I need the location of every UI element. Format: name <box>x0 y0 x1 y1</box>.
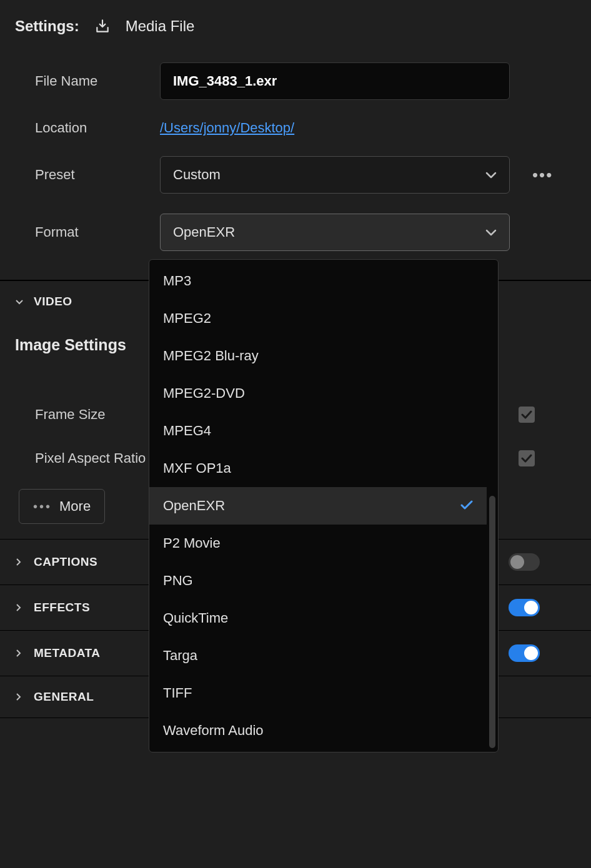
format-option[interactable]: MPEG2-DVD <box>149 375 487 412</box>
frame-size-checkbox[interactable] <box>519 407 535 423</box>
chevron-down-icon <box>485 226 497 239</box>
format-label: Format <box>35 224 147 240</box>
format-option[interactable]: PNG <box>149 562 487 599</box>
format-option-label: MPEG4 <box>163 423 211 439</box>
location-label: Location <box>35 120 147 136</box>
check-icon <box>460 498 473 514</box>
format-dropdown-popup: MP3MPEG2MPEG2 Blu-rayMPEG2-DVDMPEG4MXF O… <box>149 259 499 752</box>
captions-toggle[interactable] <box>509 553 540 571</box>
format-option-label: QuickTime <box>163 610 228 626</box>
format-option-label: MPEG2 <box>163 310 211 327</box>
format-option[interactable]: MXF OP1a <box>149 450 487 487</box>
preset-dropdown[interactable]: Custom <box>160 156 510 194</box>
chevron-down-icon[interactable] <box>15 298 25 305</box>
file-name-label: File Name <box>35 73 147 89</box>
format-option[interactable]: TIFF <box>149 674 487 712</box>
format-option[interactable]: OpenEXR <box>149 487 487 525</box>
location-link[interactable]: /Users/jonny/Desktop/ <box>160 120 294 136</box>
chevron-down-icon <box>485 169 497 182</box>
format-option[interactable]: Waveform Audio <box>149 712 487 749</box>
format-option[interactable]: MPEG2 Blu-ray <box>149 337 487 375</box>
effects-section-title: EFFECTS <box>34 601 90 614</box>
format-option-label: Waveform Audio <box>163 723 264 739</box>
format-option[interactable]: P2 Movie <box>149 525 487 562</box>
format-option[interactable]: MPEG2 <box>149 300 487 337</box>
chevron-right-icon[interactable] <box>15 649 25 658</box>
chevron-right-icon[interactable] <box>15 693 25 701</box>
more-button-label: More <box>59 498 91 515</box>
format-dropdown[interactable]: OpenEXR <box>160 214 510 251</box>
more-dots-icon: ••• <box>33 500 52 514</box>
frame-size-label: Frame Size <box>35 407 105 423</box>
format-option-label: MPEG2-DVD <box>163 385 245 402</box>
chevron-right-icon[interactable] <box>15 603 25 612</box>
more-button[interactable]: ••• More <box>19 489 105 524</box>
format-option-label: MXF OP1a <box>163 460 231 476</box>
pixel-aspect-label: Pixel Aspect Ratio <box>35 450 146 466</box>
import-icon[interactable] <box>94 18 111 34</box>
format-option-label: TIFF <box>163 685 192 701</box>
settings-title: Settings: <box>15 17 79 35</box>
preset-value: Custom <box>173 167 221 183</box>
effects-toggle[interactable] <box>509 599 540 616</box>
preset-more-icon[interactable]: ••• <box>522 165 563 185</box>
file-name-input[interactable]: IMG_3483_1.exr <box>160 62 510 100</box>
format-option[interactable]: Targa <box>149 637 487 674</box>
format-option-label: Targa <box>163 648 197 664</box>
format-option[interactable]: QuickTime <box>149 599 487 637</box>
media-file-label: Media File <box>126 17 195 35</box>
scrollbar[interactable] <box>489 264 496 748</box>
scrollbar-thumb[interactable] <box>489 496 495 748</box>
format-option-label: OpenEXR <box>163 498 225 514</box>
pixel-aspect-checkbox[interactable] <box>519 450 535 466</box>
format-option-label: P2 Movie <box>163 535 221 551</box>
metadata-section-title: METADATA <box>34 646 100 660</box>
metadata-toggle[interactable] <box>509 644 540 662</box>
format-option-label: PNG <box>163 573 193 589</box>
captions-section-title: CAPTIONS <box>34 555 97 569</box>
format-value: OpenEXR <box>173 224 235 240</box>
chevron-right-icon[interactable] <box>15 558 25 566</box>
general-section-title: GENERAL <box>34 690 94 704</box>
format-option-label: MP3 <box>163 273 191 289</box>
format-option-label: MPEG2 Blu-ray <box>163 348 259 364</box>
format-option[interactable]: MPEG4 <box>149 412 487 450</box>
format-option[interactable]: MP3 <box>149 262 487 300</box>
preset-label: Preset <box>35 167 147 183</box>
